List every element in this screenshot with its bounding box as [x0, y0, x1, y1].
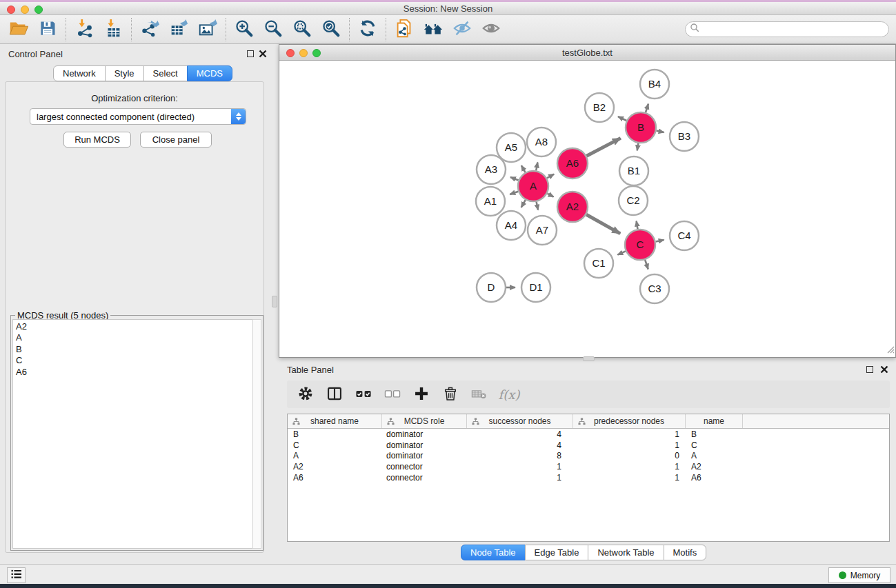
open-file-button[interactable]: [4, 17, 33, 43]
table-row[interactable]: A6connector11A6: [288, 472, 889, 483]
zoom-network-window-button[interactable]: [312, 49, 321, 57]
zoom-window-button[interactable]: [34, 6, 43, 14]
zoom-in-button[interactable]: [230, 17, 259, 43]
import-table-button[interactable]: [99, 17, 128, 43]
show-graphics-button[interactable]: [477, 17, 506, 43]
memory-button[interactable]: Memory: [828, 567, 890, 583]
graph-edge-B-B4[interactable]: [646, 104, 648, 112]
import-network-button[interactable]: [70, 17, 99, 43]
function-builder-button[interactable]: f(x): [495, 383, 521, 406]
home-button[interactable]: [419, 17, 448, 43]
tab-network[interactable]: Network: [53, 65, 106, 81]
network-window-titlebar[interactable]: testGlobe.txt: [279, 45, 895, 61]
graph-edge-A-A2[interactable]: [547, 194, 553, 197]
node-table: shared name MCDS role successor nodes pr…: [287, 414, 890, 542]
hide-graphics-details-button[interactable]: [448, 17, 477, 43]
column-header-name[interactable]: name: [686, 414, 743, 428]
graph-edge-C-C2[interactable]: [637, 221, 638, 230]
delete-column-button[interactable]: [437, 383, 464, 406]
float-table-panel-icon[interactable]: [866, 366, 873, 373]
graph-edge-A-A5[interactable]: [521, 165, 526, 172]
graph-node-label-C2: C2: [626, 194, 639, 206]
graph-edge-B-B1[interactable]: [637, 143, 639, 151]
open-session-file-button[interactable]: [390, 17, 419, 43]
close-table-panel-icon[interactable]: [880, 365, 888, 374]
table-row[interactable]: A2connector11A2: [288, 461, 889, 472]
select-all-columns-button[interactable]: [350, 383, 377, 406]
table-row[interactable]: Bdominator41B: [288, 429, 889, 440]
graph-edge-A-A1[interactable]: [510, 192, 518, 194]
export-table-button[interactable]: [164, 17, 193, 43]
export-image-icon: [197, 18, 218, 41]
close-panel-icon[interactable]: [259, 50, 267, 58]
tab-network-table[interactable]: Network Table: [588, 545, 664, 560]
graph-edge-A-A7[interactable]: [537, 202, 538, 210]
mcds-result-list[interactable]: A2 A B C A6: [12, 319, 254, 549]
tab-mcds[interactable]: MCDS: [187, 65, 232, 81]
column-header-successor-nodes[interactable]: successor nodes: [467, 414, 573, 428]
graph-node-label-B: B: [637, 121, 644, 133]
tab-edge-table[interactable]: Edge Table: [525, 545, 589, 560]
delete-table-button[interactable]: [466, 383, 492, 406]
vertical-splitter-handle[interactable]: [272, 296, 277, 307]
graph-edge-A-A3[interactable]: [510, 177, 519, 181]
tab-motifs[interactable]: Motifs: [664, 545, 707, 560]
zoom-selected-button[interactable]: [317, 17, 346, 43]
close-network-window-button[interactable]: [286, 49, 295, 57]
scrollbar[interactable]: [252, 319, 261, 549]
column-header-mcds-role[interactable]: MCDS role: [382, 414, 467, 428]
tab-select[interactable]: Select: [143, 65, 188, 81]
list-item[interactable]: A: [16, 332, 253, 343]
table-row[interactable]: Adominator80A: [288, 450, 889, 461]
minimize-network-window-button[interactable]: [299, 49, 308, 57]
search-input[interactable]: [700, 23, 888, 36]
graph-edge-A-A6[interactable]: [547, 174, 554, 179]
float-panel-icon[interactable]: [247, 50, 254, 57]
close-panel-button[interactable]: Close panel: [140, 132, 212, 148]
table-row[interactable]: Cdominator41C: [288, 440, 889, 451]
hierarchy-icon: [578, 418, 586, 427]
graph-edge-B-B3[interactable]: [657, 131, 664, 132]
export-image-button[interactable]: [193, 17, 222, 43]
graph-edge-A-A8[interactable]: [536, 162, 537, 170]
hierarchy-icon: [387, 418, 395, 427]
close-window-button[interactable]: [7, 6, 15, 14]
graph-edge-C-C3[interactable]: [645, 260, 648, 270]
graph-edge-C-C1[interactable]: [617, 251, 626, 254]
list-item[interactable]: C: [16, 355, 253, 366]
graph-node-label-A: A: [530, 180, 537, 192]
network-window-controls: [286, 49, 321, 57]
deselect-all-columns-button[interactable]: [379, 383, 406, 406]
list-item[interactable]: B: [16, 344, 253, 355]
zoom-fit-button[interactable]: [288, 17, 317, 43]
export-network-button[interactable]: [135, 17, 164, 43]
show-task-history-button[interactable]: [7, 567, 26, 583]
graph-edge-A6-B[interactable]: [586, 138, 620, 156]
show-column-panel-button[interactable]: [321, 383, 348, 406]
status-bar: Memory: [0, 564, 896, 584]
graph-edge-A2-C[interactable]: [586, 214, 620, 234]
column-header-shared-name[interactable]: shared name: [288, 414, 382, 428]
tab-node-table[interactable]: Node Table: [461, 545, 526, 560]
save-session-button[interactable]: [33, 17, 62, 43]
list-item[interactable]: A2: [16, 321, 253, 332]
run-mcds-button[interactable]: Run MCDS: [63, 132, 131, 148]
control-panel-tabs: Network Style Select MCDS: [53, 65, 232, 81]
refresh-button[interactable]: [353, 17, 382, 43]
search-field[interactable]: [685, 21, 889, 37]
graph-edge-C-C4[interactable]: [656, 240, 664, 241]
minimize-window-button[interactable]: [21, 6, 29, 14]
graph-edge-B-B2[interactable]: [618, 116, 626, 121]
list-item[interactable]: A6: [16, 367, 253, 378]
network-graph[interactable]: AA1A2A3A4A5A6A7A8BB1B2B3B4CC1C2C3C4DD1: [279, 61, 895, 357]
graph-node-label-A7: A7: [536, 224, 548, 236]
resize-grip-icon[interactable]: [886, 344, 895, 356]
column-header-predecessor-nodes[interactable]: predecessor nodes: [573, 414, 686, 428]
criterion-dropdown[interactable]: largest connected component (directed): [30, 108, 246, 125]
zoom-out-button[interactable]: [259, 17, 288, 43]
tab-style[interactable]: Style: [105, 65, 144, 81]
table-settings-button[interactable]: [292, 383, 319, 406]
create-column-button[interactable]: [408, 383, 435, 406]
network-canvas[interactable]: AA1A2A3A4A5A6A7A8BB1B2B3B4CC1C2C3C4DD1: [279, 61, 895, 357]
graph-edge-A-A4[interactable]: [521, 200, 526, 207]
